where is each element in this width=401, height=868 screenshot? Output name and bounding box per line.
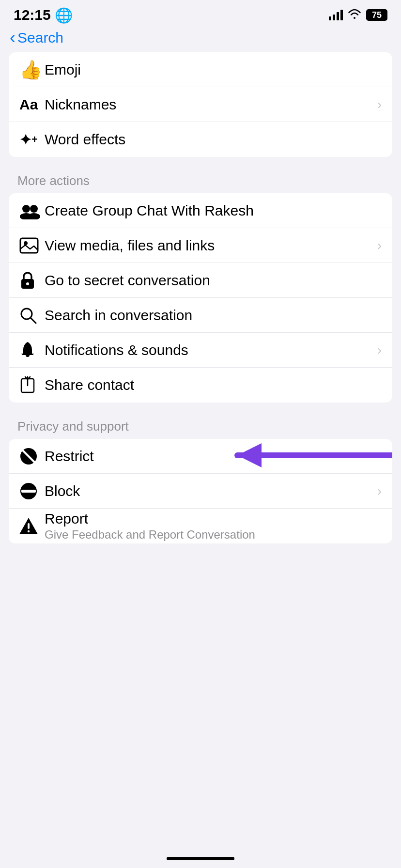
notifications-chevron-icon: › — [377, 342, 382, 358]
svg-point-20 — [28, 530, 30, 532]
search-conversation-label: Search in conversation — [45, 307, 382, 324]
customization-card: 👍 Emoji Aa Nicknames › ✦+ Word effects — [9, 52, 392, 157]
search-conversation-row[interactable]: Search in conversation — [9, 298, 392, 333]
time-display: 12:15 — [14, 7, 51, 23]
restrict-text: Restrict — [45, 448, 382, 465]
svg-point-0 — [22, 205, 30, 213]
share-contact-label: Share contact — [45, 377, 382, 393]
nicknames-row[interactable]: Aa Nicknames › — [9, 87, 392, 122]
create-group-label: Create Group Chat With Rakesh — [45, 202, 382, 219]
block-chevron-icon: › — [377, 483, 382, 499]
word-effects-text: Word effects — [45, 131, 382, 148]
search-conversation-text: Search in conversation — [45, 307, 382, 324]
view-media-row[interactable]: View media, files and links › — [9, 228, 392, 263]
nicknames-chevron-icon: › — [377, 97, 382, 112]
secret-conversation-text: Go to secret conversation — [45, 272, 382, 289]
nicknames-icon: Aa — [19, 96, 45, 113]
more-actions-title: More actions — [0, 169, 401, 193]
back-navigation: ‹ Search — [0, 26, 401, 52]
create-group-row[interactable]: Create Group Chat With Rakesh — [9, 193, 392, 228]
search-icon — [19, 307, 45, 324]
warning-icon — [19, 517, 45, 535]
secret-conversation-label: Go to secret conversation — [45, 272, 382, 289]
emoji-icon: 👍 — [19, 59, 45, 80]
svg-point-1 — [30, 205, 38, 213]
bell-icon — [19, 341, 45, 359]
restrict-label: Restrict — [45, 448, 382, 465]
share-icon — [19, 376, 45, 394]
secret-conversation-row[interactable]: Go to secret conversation — [9, 263, 392, 298]
svg-rect-7 — [26, 282, 29, 285]
privacy-support-card: Restrict Block › — [9, 439, 392, 543]
more-actions-card: Create Group Chat With Rakesh View media… — [9, 193, 392, 403]
report-row[interactable]: Report Give Feedback and Report Conversa… — [9, 509, 392, 543]
svg-point-5 — [24, 241, 28, 245]
status-icons: 75 — [329, 8, 387, 22]
notifications-label: Notifications & sounds — [45, 342, 373, 358]
notifications-text: Notifications & sounds — [45, 342, 373, 358]
nicknames-label: Nicknames — [45, 96, 373, 113]
view-media-chevron-icon: › — [377, 238, 382, 253]
restrict-row[interactable]: Restrict — [9, 439, 392, 474]
svg-rect-17 — [21, 490, 36, 493]
status-time: 12:15 🌐 — [14, 7, 73, 24]
view-media-label: View media, files and links — [45, 237, 373, 254]
privacy-support-title: Privacy and support — [0, 414, 401, 439]
svg-rect-19 — [28, 523, 30, 529]
emoji-label: Emoji — [45, 62, 382, 78]
lock-icon — [19, 271, 45, 290]
block-text: Block — [45, 483, 373, 499]
share-contact-row[interactable]: Share contact — [9, 368, 392, 403]
report-sublabel: Give Feedback and Report Conversation — [45, 528, 382, 542]
back-label: Search — [17, 30, 63, 46]
restrict-icon — [19, 447, 45, 465]
report-label: Report — [45, 511, 382, 527]
svg-line-9 — [31, 318, 36, 323]
signal-bars-icon — [329, 10, 343, 20]
battery-level: 75 — [372, 10, 382, 20]
block-row[interactable]: Block › — [9, 474, 392, 509]
report-text: Report Give Feedback and Report Conversa… — [45, 511, 382, 542]
status-bar: 12:15 🌐 75 — [0, 0, 401, 26]
back-button[interactable]: ‹ Search — [10, 29, 63, 46]
word-effects-icon: ✦+ — [19, 131, 45, 148]
chevron-left-icon: ‹ — [10, 29, 15, 46]
notifications-row[interactable]: Notifications & sounds › — [9, 333, 392, 368]
emoji-text: Emoji — [45, 62, 382, 78]
emoji-row[interactable]: 👍 Emoji — [9, 52, 392, 87]
block-icon — [19, 482, 45, 500]
group-icon — [19, 202, 45, 219]
word-effects-row[interactable]: ✦+ Word effects — [9, 122, 392, 157]
view-media-text: View media, files and links — [45, 237, 373, 254]
nicknames-text: Nicknames — [45, 96, 373, 113]
block-label: Block — [45, 483, 373, 499]
globe-icon: 🌐 — [55, 7, 73, 24]
create-group-text: Create Group Chat With Rakesh — [45, 202, 382, 219]
svg-rect-4 — [20, 238, 38, 253]
word-effects-label: Word effects — [45, 131, 382, 148]
home-indicator — [167, 857, 234, 860]
share-contact-text: Share contact — [45, 377, 382, 393]
battery-indicator: 75 — [366, 9, 387, 21]
media-icon — [19, 237, 45, 254]
wifi-icon — [348, 8, 361, 22]
